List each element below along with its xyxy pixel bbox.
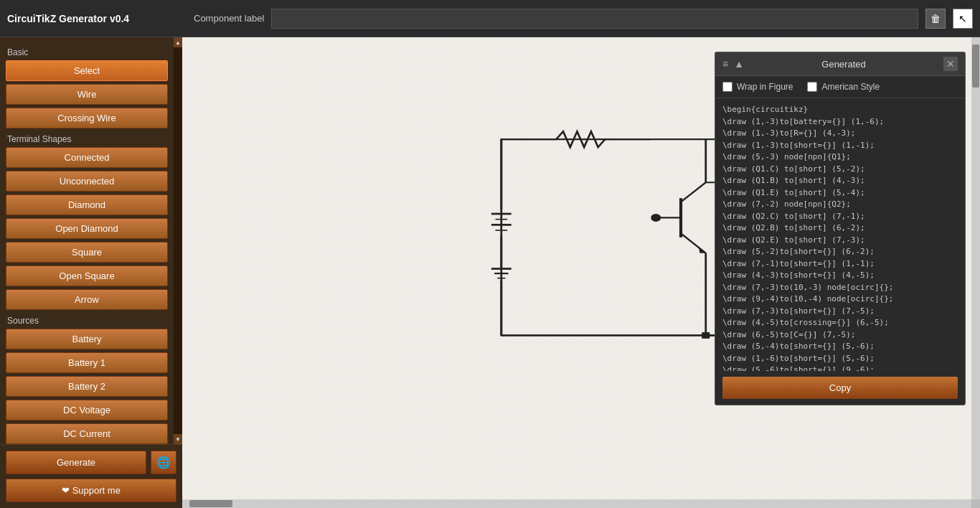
open-square-button[interactable]: Open Square <box>6 265 168 286</box>
terminal-section-label: Terminal Shapes <box>7 134 166 144</box>
code-line: \draw (1,-3)to[short={}] (1,-1); <box>722 140 958 152</box>
code-line: \draw (1,-3)to[battery={}] (1,-6); <box>722 116 958 128</box>
copy-button[interactable]: Copy <box>722 377 958 399</box>
globe-button[interactable]: 🌐 <box>151 451 176 474</box>
panel-close-button[interactable]: ✕ <box>943 57 958 71</box>
panel-title: Generated <box>750 59 938 70</box>
wrap-in-figure-text: Wrap in Figure <box>737 82 793 92</box>
diamond-button[interactable]: Diamond <box>6 194 168 215</box>
american-style-checkbox[interactable] <box>807 82 817 92</box>
crossing-wire-button[interactable]: Crossing Wire <box>6 108 168 128</box>
code-line: \draw (1,-3)to[R={}] (4,-3); <box>722 128 958 140</box>
app-title: CircuiTikZ Generator v0.4 <box>7 13 187 24</box>
american-style-text: American Style <box>821 82 880 92</box>
panel-collapse-icon[interactable]: ▲ <box>734 58 744 70</box>
code-line: \draw (Q2.E) to[short] (7,-3); <box>722 235 958 247</box>
code-line: \draw (7,-3)to(10,-3) node[ocirc]{}; <box>722 282 958 294</box>
code-line: \draw (7,-1)to[short={}] (1,-1); <box>722 258 958 271</box>
wrap-in-figure-checkbox[interactable] <box>722 82 732 92</box>
scroll-up-arrow[interactable]: ▲ <box>174 37 182 47</box>
panel-menu-icon[interactable]: ≡ <box>722 58 728 70</box>
code-line: \draw (Q1.E) to[short] (5,-4); <box>722 187 958 199</box>
code-line: \draw (Q1.B) to[short] (4,-3); <box>722 175 958 187</box>
code-line: \draw (7,-2) node[npn]{Q2}; <box>722 199 958 211</box>
horizontal-scrollbar[interactable] <box>182 499 971 508</box>
wire-button[interactable]: Wire <box>6 84 168 105</box>
sources-section-label: Sources <box>7 316 166 326</box>
canvas-area[interactable]: ≡ ▲ Generated ✕ Wrap in Figure American … <box>182 37 980 508</box>
delete-button[interactable]: 🗑 <box>925 9 946 29</box>
code-line: \draw (7,-3)to[short={}] (7,-5); <box>722 306 958 318</box>
dc-voltage-button[interactable]: DC Voltage <box>6 400 168 420</box>
code-line: \draw (5,-6)to[short={}] (9,-6); <box>722 364 958 371</box>
scroll-down-arrow[interactable]: ▼ <box>174 434 182 444</box>
generate-button[interactable]: Generate <box>6 451 146 474</box>
unconnected-button[interactable]: Unconnected <box>6 171 168 192</box>
code-line: \draw (9,-4)to(10,-4) node[ocirc]{}; <box>722 293 958 306</box>
square-button[interactable]: Square <box>6 242 168 263</box>
connected-button[interactable]: Connected <box>6 147 168 168</box>
cursor-button[interactable]: ↖ <box>953 9 973 29</box>
open-diamond-button[interactable]: Open Diamond <box>6 218 168 239</box>
american-style-label[interactable]: American Style <box>807 82 880 92</box>
support-button[interactable]: ❤ Support me <box>6 479 176 502</box>
code-line: \draw (Q1.C) to[short] (5,-2); <box>722 164 958 176</box>
component-label: Component label <box>194 13 264 24</box>
arrow-button[interactable]: Arrow <box>6 289 168 310</box>
sidebar-scrollbar[interactable]: ▲ ▼ <box>174 37 182 444</box>
generated-panel: ≡ ▲ Generated ✕ Wrap in Figure American … <box>715 52 966 405</box>
code-line: \draw (5,-3) node[npn]{Q1}; <box>722 151 958 164</box>
code-line: \draw (Q2.B) to[short] (6,-2); <box>722 222 958 235</box>
code-area[interactable]: \begin{circuitikz}\draw (1,-3)to[battery… <box>715 98 965 371</box>
code-line: \draw (6,-5)to[C={}] (7,-5); <box>722 329 958 342</box>
svg-line-16 <box>681 182 706 202</box>
code-line: \draw (4,-3)to[short={}] (4,-5); <box>722 270 958 282</box>
vertical-scrollbar[interactable] <box>971 37 980 499</box>
code-line: \draw (Q2.C) to[short] (7,-1); <box>722 211 958 223</box>
dc-current-button[interactable]: DC Current <box>6 423 168 444</box>
code-line: \draw (5,-2)to[short={}] (6,-2); <box>722 246 958 258</box>
code-line: \draw (4,-5)to[crossing={}] (6,-5); <box>722 317 958 329</box>
svg-rect-45 <box>702 332 710 339</box>
component-label-input[interactable] <box>271 9 918 29</box>
code-line: \draw (1,-6)to[short={}] (5,-6); <box>722 353 958 365</box>
battery-button[interactable]: Battery <box>6 329 168 349</box>
wrap-in-figure-label[interactable]: Wrap in Figure <box>722 82 793 92</box>
select-button[interactable]: Select <box>6 60 168 81</box>
battery2-button[interactable]: Battery 2 <box>6 376 168 397</box>
basic-section-label: Basic <box>7 47 166 57</box>
battery1-button[interactable]: Battery 1 <box>6 352 168 373</box>
code-line: \draw (5,-4)to[short={}] (5,-6); <box>722 341 958 353</box>
code-line: \begin{circuitikz} <box>722 104 958 116</box>
